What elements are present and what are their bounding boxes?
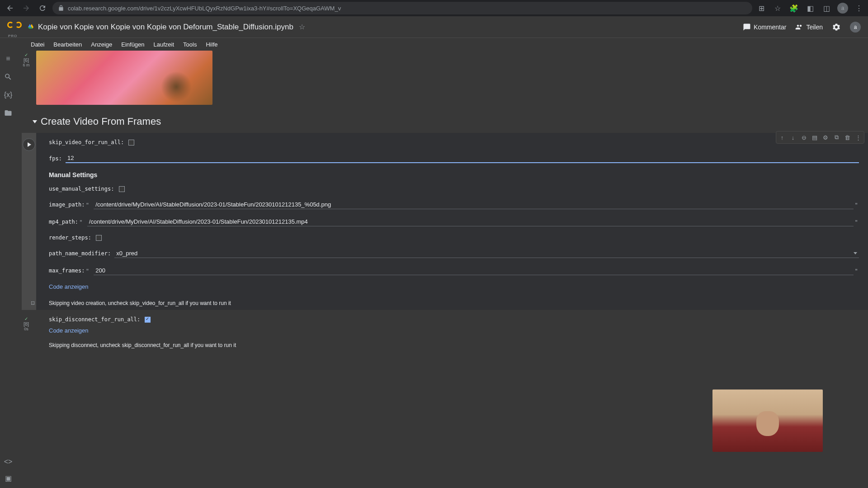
browser-chrome: colab.research.google.com/drive/1v2czLyX… — [0, 0, 868, 16]
comment-icon — [743, 23, 751, 31]
menu-einfuegen[interactable]: Einfügen — [118, 39, 148, 50]
toc-icon[interactable]: ≡ — [4, 54, 13, 63]
browser-avatar[interactable]: a — [837, 3, 848, 14]
user-avatar[interactable]: a — [850, 22, 861, 33]
url-text: colab.research.google.com/drive/1v2czLyX… — [68, 5, 341, 12]
cell-time: 6 m — [23, 63, 29, 67]
drive-icon — [27, 23, 34, 31]
share-icon — [795, 23, 803, 31]
menu-laufzeit[interactable]: Laufzeit — [150, 39, 178, 50]
output-image — [36, 51, 212, 67]
check-icon: ✓ — [24, 52, 28, 57]
browser-menu-icon[interactable]: ⋮ — [854, 3, 864, 14]
side-panel-icon[interactable]: ◫ — [821, 3, 832, 14]
extension-pin-icon[interactable]: ◧ — [805, 3, 816, 14]
star-button[interactable]: ☆ — [299, 23, 305, 31]
pro-badge: PRO — [8, 34, 17, 38]
menu-bearbeiten[interactable]: Bearbeiten — [50, 39, 85, 50]
notebook-main: ✓ [6] 6 m Create Video From Frames ↑ ↓ ⊖… — [16, 51, 868, 67]
star-icon[interactable]: ☆ — [772, 3, 783, 14]
gear-icon[interactable] — [832, 23, 841, 32]
extensions-icon[interactable]: 🧩 — [788, 3, 799, 14]
share-button[interactable]: Teilen — [795, 23, 823, 31]
menu-hilfe[interactable]: Hilfe — [202, 39, 221, 50]
install-icon[interactable]: ⊞ — [756, 3, 767, 14]
colab-header: PRO Kopie von Kopie von Kopie von Kopie … — [0, 16, 868, 38]
cell-number: [6] — [24, 57, 29, 63]
menu-anzeige[interactable]: Anzeige — [87, 39, 116, 50]
menu-datei[interactable]: Datei — [27, 39, 48, 50]
url-bar[interactable]: colab.research.google.com/drive/1v2czLyX… — [52, 2, 752, 14]
lock-icon — [58, 5, 64, 11]
left-sidebar: ≡ {x} <> ▣ — [0, 51, 16, 67]
colab-logo[interactable]: PRO — [7, 20, 22, 34]
image-output-cell: ✓ [6] 6 m — [16, 51, 868, 67]
menu-bar: Datei Bearbeiten Anzeige Einfügen Laufze… — [0, 38, 868, 51]
menu-tools[interactable]: Tools — [179, 39, 200, 50]
comment-button[interactable]: Kommentar — [743, 23, 786, 31]
document-title[interactable]: Kopie von Kopie von Kopie von Kopie von … — [38, 23, 293, 32]
forward-button[interactable] — [20, 2, 33, 14]
reload-button[interactable] — [36, 2, 49, 14]
back-button[interactable] — [4, 2, 16, 14]
